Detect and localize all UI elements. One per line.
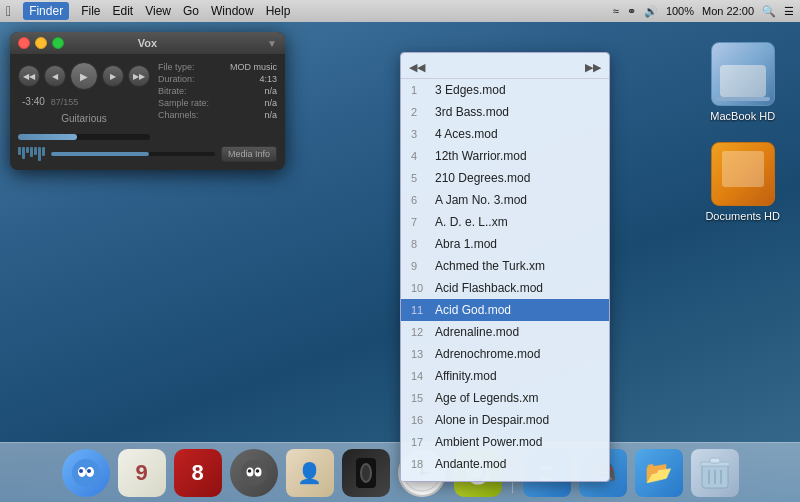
- playlist-item[interactable]: 13 Edges.mod: [401, 79, 609, 101]
- menu-finder[interactable]: Finder: [23, 2, 69, 20]
- playlist-item-name: Acid God.mod: [435, 301, 511, 319]
- playlist-item[interactable]: 7A. D. e. L..xm: [401, 211, 609, 233]
- menu-file[interactable]: File: [81, 4, 100, 18]
- play-button[interactable]: ▶: [70, 62, 98, 90]
- fast-forward-button[interactable]: ▶▶: [128, 65, 150, 87]
- dock-finder2[interactable]: [230, 449, 278, 497]
- playlist-item-num: 5: [411, 170, 435, 187]
- playlist-item-name: Ambient Power.mod: [435, 433, 542, 451]
- playlist-item-name: 12th Warrior.mod: [435, 147, 527, 165]
- eq-bar-7: [42, 147, 45, 156]
- playlist-item[interactable]: 34 Aces.mod: [401, 123, 609, 145]
- vox-info: File type: MOD music Duration: 4:13 Bitr…: [158, 62, 277, 140]
- dock-contacts[interactable]: 👤: [286, 449, 334, 497]
- menu-edit[interactable]: Edit: [112, 4, 133, 18]
- menubar:  Finder File Edit View Go Window Help ≈…: [0, 0, 800, 22]
- eq-bar-3: [26, 147, 29, 153]
- list-icon[interactable]: ☰: [784, 5, 794, 18]
- volume-fill: [51, 152, 149, 156]
- playlist-item-num: 19: [411, 478, 435, 482]
- bluetooth-icon[interactable]: ⚭: [627, 5, 636, 18]
- rewind-button[interactable]: ◀◀: [18, 65, 40, 87]
- menubar-left:  Finder File Edit View Go Window Help: [6, 2, 613, 20]
- track-counter: 87/155: [51, 97, 79, 107]
- titlebar-buttons: [18, 37, 64, 49]
- playlist-item-name: Adrenochrome.mod: [435, 345, 540, 363]
- playlist-item[interactable]: 9Achmed the Turk.xm: [401, 255, 609, 277]
- clock-display: Mon 22:00: [702, 5, 754, 17]
- dock-trash[interactable]: [691, 449, 739, 497]
- playlist-item-num: 16: [411, 412, 435, 429]
- progress-bar[interactable]: [18, 134, 150, 140]
- svg-point-0: [72, 459, 100, 487]
- playlist-item[interactable]: 412th Warrior.mod: [401, 145, 609, 167]
- playlist-item[interactable]: 5210 Degrees.mod: [401, 167, 609, 189]
- playlist-item-name: 210 Degrees.mod: [435, 169, 530, 187]
- playlist-prev-btn[interactable]: ◀◀: [409, 61, 425, 74]
- vox-body: ◀◀ ◀ ▶ ▶ ▶▶ -3:40 87/155 Guitarious: [10, 54, 285, 170]
- playlist-item-name: 3rd Bass.mod: [435, 103, 509, 121]
- menu-window[interactable]: Window: [211, 4, 254, 18]
- close-button[interactable]: [18, 37, 30, 49]
- duration-value: 4:13: [259, 74, 277, 84]
- menu-help[interactable]: Help: [266, 4, 291, 18]
- info-row-samplerate: Sample rate: n/a: [158, 98, 277, 108]
- time-elapsed: -3:40: [22, 96, 45, 107]
- dock-finder[interactable]: [62, 449, 110, 497]
- menu-view[interactable]: View: [145, 4, 171, 18]
- playlist-nav-btn[interactable]: ▶▶: [585, 61, 601, 74]
- next-button[interactable]: ▶: [102, 65, 124, 87]
- apple-menu[interactable]: : [6, 3, 11, 19]
- svg-point-9: [255, 469, 259, 473]
- desktop-icon-macbook-hd[interactable]: MacBook HD: [710, 42, 775, 122]
- maximize-button[interactable]: [52, 37, 64, 49]
- playlist-item[interactable]: 6A Jam No. 3.mod: [401, 189, 609, 211]
- track-title: Guitarious: [18, 113, 150, 124]
- playlist-item[interactable]: 11Acid God.mod: [401, 299, 609, 321]
- prev-button[interactable]: ◀: [44, 65, 66, 87]
- volume-icon[interactable]: 🔊: [644, 5, 658, 18]
- playlist-item-name: 4 Aces.mod: [435, 125, 498, 143]
- dock-reminders[interactable]: 9: [118, 449, 166, 497]
- playlist-item[interactable]: 13Adrenochrome.mod: [401, 343, 609, 365]
- playlist-item[interactable]: 8Abra 1.mod: [401, 233, 609, 255]
- playlist-item-name: Acid Flashback.mod: [435, 279, 543, 297]
- dock-address-book[interactable]: 8: [174, 449, 222, 497]
- playlist-item-name: Achmed the Turk.xm: [435, 257, 545, 275]
- playlist-item-num: 14: [411, 368, 435, 385]
- playlist-item[interactable]: 18Andante.mod: [401, 453, 609, 475]
- playlist-item-name: Andante.mod: [435, 455, 506, 473]
- file-type-label: File type:: [158, 62, 195, 72]
- playlist-item[interactable]: 16Alone in Despair.mod: [401, 409, 609, 431]
- playlist-item[interactable]: 17Ambient Power.mod: [401, 431, 609, 453]
- media-info-button[interactable]: Media Info: [221, 146, 277, 162]
- eq-bar-5: [34, 147, 37, 155]
- playlist-item[interactable]: 19Another Funky Day.mod: [401, 475, 609, 482]
- playlist-item-name: Alone in Despair.mod: [435, 411, 549, 429]
- search-icon[interactable]: 🔍: [762, 5, 776, 18]
- desktop-icon-documents-hd[interactable]: Documents HD: [705, 142, 780, 222]
- playlist-item[interactable]: 15Age of Legends.xm: [401, 387, 609, 409]
- playlist-item[interactable]: 12Adrenaline.mod: [401, 321, 609, 343]
- dock-folder-3[interactable]: 📂: [635, 449, 683, 497]
- playlist-item-num: 2: [411, 104, 435, 121]
- documents-hd-icon: [711, 142, 775, 206]
- playlist-dropdown: ◀◀ ▶▶ 13 Edges.mod23rd Bass.mod34 Aces.m…: [400, 52, 610, 482]
- dock-speakers[interactable]: [342, 449, 390, 497]
- svg-point-3: [79, 469, 83, 473]
- info-row-filetype: File type: MOD music: [158, 62, 277, 72]
- playlist-item[interactable]: 10Acid Flashback.mod: [401, 277, 609, 299]
- playlist-item[interactable]: 14Affinity.mod: [401, 365, 609, 387]
- wifi-icon[interactable]: ≈: [613, 5, 619, 17]
- playlist-item[interactable]: 23rd Bass.mod: [401, 101, 609, 123]
- playlist-item-name: 3 Edges.mod: [435, 81, 506, 99]
- minimize-button[interactable]: [35, 37, 47, 49]
- volume-slider[interactable]: [51, 152, 215, 156]
- menu-go[interactable]: Go: [183, 4, 199, 18]
- menubar-right: ≈ ⚭ 🔊 100% Mon 22:00 🔍 ☰: [613, 5, 794, 18]
- macbook-hd-label: MacBook HD: [710, 110, 775, 122]
- expand-icon[interactable]: ▼: [267, 38, 277, 49]
- vox-bottom: Media Info: [18, 146, 277, 162]
- vox-titlebar: Vox ▼: [10, 32, 285, 54]
- window-title: Vox: [138, 37, 157, 49]
